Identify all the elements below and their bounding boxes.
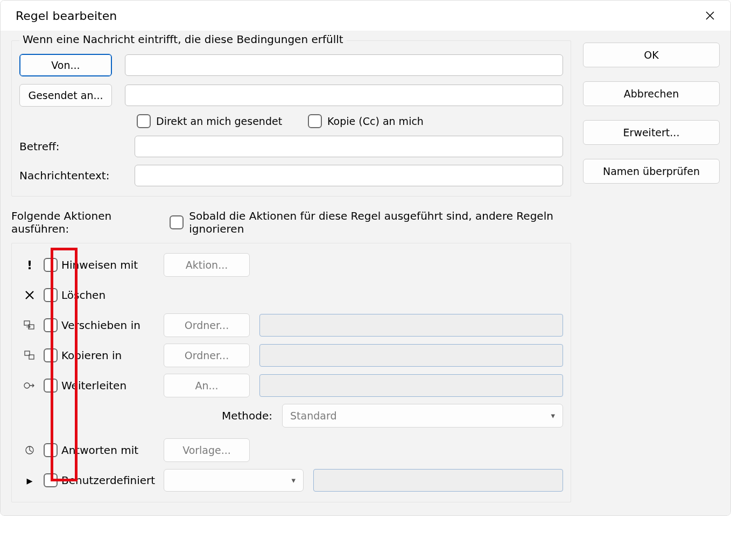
direct-to-me-checkbox[interactable] xyxy=(137,114,151,128)
forward-to-button[interactable]: An... xyxy=(164,374,250,397)
advanced-button[interactable]: Erweitert... xyxy=(583,120,720,145)
subject-input[interactable] xyxy=(135,136,563,157)
actions-group: ! Hinweisen mit Aktion... Löschen xyxy=(11,243,571,502)
check-names-button[interactable]: Namen überprüfen xyxy=(583,159,720,184)
move-icon xyxy=(19,320,40,331)
method-label: Methode: xyxy=(19,409,282,422)
delete-checkbox[interactable] xyxy=(44,288,58,302)
actions-header: Folgende Aktionen ausführen: xyxy=(11,209,158,235)
subject-label: Betreff: xyxy=(19,140,122,153)
dialog-title: Regel bearbeiten xyxy=(16,9,117,23)
custom-action-select[interactable]: ▾ xyxy=(164,469,304,492)
move-folder-button[interactable]: Ordner... xyxy=(164,313,250,337)
sent-to-button[interactable]: Gesendet an... xyxy=(19,84,112,107)
copy-folder-field[interactable] xyxy=(259,344,563,367)
forward-label: Weiterleiten xyxy=(61,379,164,392)
copy-folder-button[interactable]: Ordner... xyxy=(164,344,250,367)
direct-to-me-label: Direkt an mich gesendet xyxy=(156,115,282,127)
reply-label: Antworten mit xyxy=(61,444,164,457)
move-checkbox[interactable] xyxy=(44,318,58,332)
reply-template-button[interactable]: Vorlage... xyxy=(164,438,250,462)
svg-point-4 xyxy=(24,383,30,388)
ok-button[interactable]: OK xyxy=(583,43,720,67)
reply-checkbox[interactable] xyxy=(44,443,58,457)
custom-icon: ▸ xyxy=(19,474,40,487)
copy-icon xyxy=(19,350,40,361)
alert-action-button[interactable]: Aktion... xyxy=(164,253,250,277)
titlebar: Regel bearbeiten xyxy=(1,1,730,31)
conditions-legend: Wenn eine Nachricht eintrifft, die diese… xyxy=(19,33,347,46)
alert-label: Hinweisen mit xyxy=(61,258,164,271)
move-folder-field[interactable] xyxy=(259,314,563,337)
edit-rule-dialog: Regel bearbeiten Wenn eine Nachricht ein… xyxy=(0,0,731,516)
delete-label: Löschen xyxy=(61,289,164,302)
stop-processing-checkbox[interactable] xyxy=(170,215,184,229)
cancel-button[interactable]: Abbrechen xyxy=(583,81,720,106)
copy-checkbox[interactable] xyxy=(44,348,58,362)
from-button[interactable]: Von... xyxy=(19,54,112,76)
chevron-down-icon: ▾ xyxy=(551,411,555,421)
method-value: Standard xyxy=(290,410,336,422)
sent-to-input[interactable] xyxy=(125,85,563,106)
forward-to-field[interactable] xyxy=(259,374,563,397)
cc-to-me-label: Kopie (Cc) an mich xyxy=(327,115,424,127)
from-input[interactable] xyxy=(125,54,563,76)
alert-checkbox[interactable] xyxy=(44,258,58,272)
cc-to-me-checkbox[interactable] xyxy=(308,114,322,128)
delete-icon xyxy=(19,290,40,300)
method-select[interactable]: Standard ▾ xyxy=(282,404,563,428)
alert-icon: ! xyxy=(19,258,40,272)
conditions-group: Wenn eine Nachricht eintrifft, die diese… xyxy=(11,40,571,197)
copy-label: Kopieren in xyxy=(61,349,164,362)
body-label: Nachrichtentext: xyxy=(19,169,122,182)
reply-icon xyxy=(19,445,40,456)
custom-label: Benutzerdefiniert xyxy=(61,474,164,487)
stop-processing-label: Sobald die Aktionen für diese Regel ausg… xyxy=(189,209,571,235)
forward-checkbox[interactable] xyxy=(44,379,58,393)
custom-action-field[interactable] xyxy=(313,469,563,492)
chevron-down-icon: ▾ xyxy=(291,475,296,485)
move-label: Verschieben in xyxy=(61,319,164,332)
close-icon[interactable] xyxy=(702,8,718,23)
body-input[interactable] xyxy=(135,165,563,186)
forward-icon xyxy=(19,380,40,391)
custom-checkbox[interactable] xyxy=(44,473,58,487)
